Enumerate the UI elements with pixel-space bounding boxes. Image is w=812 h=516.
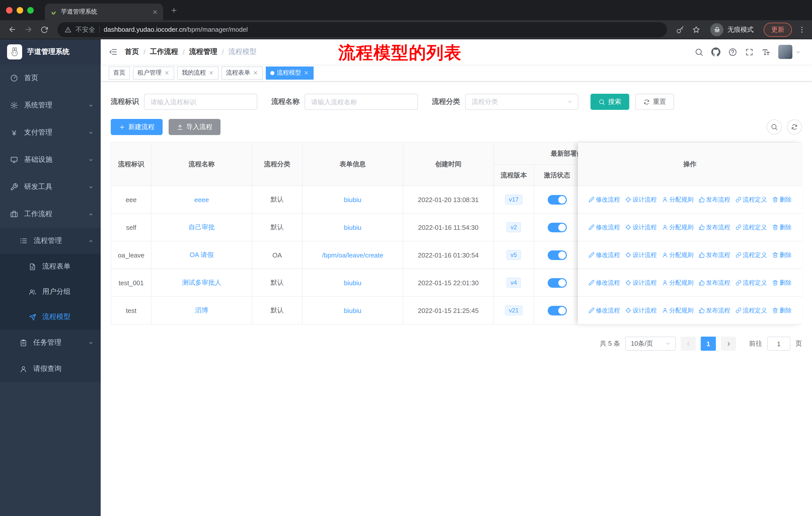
- address-bar[interactable]: 不安全 dashboard.yudao.iocoder.cn/bpm/manag…: [57, 22, 667, 37]
- process-name-link[interactable]: 测试多审批人: [182, 279, 221, 286]
- close-window-button[interactable]: [6, 7, 12, 13]
- edit-process-action[interactable]: 修改流程: [588, 278, 620, 287]
- sidebar-item-task-management[interactable]: 任务管理: [0, 330, 101, 356]
- browser-update-button[interactable]: 更新: [764, 22, 792, 36]
- tag-process-form[interactable]: 流程表单: [222, 66, 263, 79]
- refresh-table-button[interactable]: [787, 119, 802, 135]
- password-key-icon[interactable]: [673, 22, 687, 36]
- design-process-action[interactable]: 设计流程: [625, 278, 657, 287]
- new-tab-button[interactable]: [170, 5, 178, 15]
- design-process-action[interactable]: 设计流程: [625, 306, 657, 315]
- publish-process-action[interactable]: 发布流程: [698, 278, 730, 287]
- prev-page-button[interactable]: [680, 336, 696, 351]
- process-name-input[interactable]: [304, 94, 418, 110]
- breadcrumb-item[interactable]: 工作流程: [150, 47, 178, 56]
- sidebar-collapse-icon[interactable]: [109, 47, 118, 56]
- sidebar-item-workflow[interactable]: 工作流程: [0, 200, 101, 228]
- user-avatar-menu[interactable]: [778, 45, 801, 59]
- edit-process-action[interactable]: 修改流程: [588, 306, 620, 315]
- sidebar-item-process-form[interactable]: 流程表单: [0, 254, 101, 279]
- process-definition-action[interactable]: 流程定义: [735, 278, 767, 287]
- breadcrumb-item[interactable]: 流程管理: [189, 47, 218, 56]
- publish-process-action[interactable]: 发布流程: [698, 251, 730, 259]
- close-icon[interactable]: [303, 70, 309, 76]
- tag-my-process[interactable]: 我的流程: [177, 66, 219, 79]
- publish-process-action[interactable]: 发布流程: [698, 195, 730, 204]
- tag-tenant[interactable]: 租户管理: [133, 66, 174, 79]
- sidebar-item-payment[interactable]: ¥ 支付管理: [0, 119, 101, 146]
- import-process-button[interactable]: 导入流程: [169, 119, 221, 135]
- next-page-button[interactable]: [721, 336, 736, 351]
- sidebar-item-process-model[interactable]: 流程模型: [0, 304, 101, 330]
- fullscreen-icon[interactable]: [745, 48, 754, 56]
- close-icon[interactable]: [208, 70, 214, 76]
- active-toggle[interactable]: [547, 250, 567, 260]
- search-icon[interactable]: [695, 48, 703, 56]
- sidebar-item-system[interactable]: 系统管理: [0, 92, 101, 119]
- process-definition-action[interactable]: 流程定义: [735, 251, 767, 259]
- toggle-search-button[interactable]: [767, 119, 782, 135]
- edit-process-action[interactable]: 修改流程: [588, 195, 620, 204]
- breadcrumb-item[interactable]: 首页: [125, 47, 139, 56]
- page-size-select[interactable]: 10条/页: [625, 336, 675, 351]
- delete-action[interactable]: 删除: [772, 251, 792, 259]
- sidebar-item-leave-query[interactable]: 请假查询: [0, 356, 101, 382]
- form-info-link[interactable]: biubiu: [344, 196, 361, 203]
- sidebar-item-user-group[interactable]: 用户分组: [0, 279, 101, 304]
- close-icon[interactable]: [164, 70, 170, 76]
- goto-page-input[interactable]: [767, 336, 790, 351]
- delete-action[interactable]: 删除: [772, 306, 792, 315]
- minimize-window-button[interactable]: [17, 7, 23, 13]
- active-toggle[interactable]: [547, 222, 567, 232]
- tag-process-model[interactable]: 流程模型: [266, 66, 314, 79]
- process-name-link[interactable]: OA 请假: [190, 251, 213, 259]
- sidebar-item-process-management[interactable]: 流程管理: [0, 228, 101, 254]
- process-definition-action[interactable]: 流程定义: [735, 195, 767, 204]
- zoom-window-button[interactable]: [27, 7, 34, 13]
- github-icon[interactable]: [711, 47, 720, 56]
- assign-rule-action[interactable]: 分配规则: [662, 278, 693, 287]
- active-toggle[interactable]: [547, 278, 567, 288]
- publish-process-action[interactable]: 发布流程: [698, 306, 730, 315]
- delete-action[interactable]: 删除: [772, 195, 792, 204]
- search-button[interactable]: 搜索: [590, 94, 629, 110]
- category-select[interactable]: 流程分类: [465, 94, 578, 110]
- assign-rule-action[interactable]: 分配规则: [662, 195, 693, 204]
- active-toggle[interactable]: [547, 306, 567, 315]
- tab-close-icon[interactable]: [152, 9, 158, 15]
- publish-process-action[interactable]: 发布流程: [698, 223, 730, 232]
- process-name-link[interactable]: 自己审批: [188, 223, 215, 231]
- current-page[interactable]: 1: [701, 336, 716, 351]
- forward-button[interactable]: [21, 22, 35, 36]
- browser-tab[interactable]: 芋道管理系统: [45, 3, 163, 20]
- process-definition-action[interactable]: 流程定义: [735, 306, 767, 315]
- font-size-icon[interactable]: [762, 48, 770, 56]
- process-key-input[interactable]: [144, 94, 257, 110]
- form-info-link[interactable]: biubiu: [344, 223, 361, 231]
- bookmark-star-icon[interactable]: [689, 22, 703, 36]
- tag-home[interactable]: 首页: [109, 66, 130, 79]
- process-name-link[interactable]: 滔博: [195, 306, 208, 314]
- design-process-action[interactable]: 设计流程: [625, 223, 657, 232]
- sidebar-item-home[interactable]: 首页: [0, 64, 101, 92]
- assign-rule-action[interactable]: 分配规则: [662, 223, 693, 232]
- sidebar-item-infra[interactable]: 基础设施: [0, 146, 101, 173]
- back-button[interactable]: [5, 22, 19, 36]
- close-icon[interactable]: [253, 70, 258, 76]
- form-info-link[interactable]: /bpm/oa/leave/create: [322, 251, 383, 259]
- create-process-button[interactable]: 新建流程: [111, 119, 163, 135]
- process-name-link[interactable]: eeee: [194, 196, 209, 203]
- delete-action[interactable]: 删除: [772, 223, 792, 232]
- help-icon[interactable]: [728, 48, 737, 56]
- browser-menu-icon[interactable]: [797, 22, 807, 36]
- process-definition-action[interactable]: 流程定义: [735, 223, 767, 232]
- active-toggle[interactable]: [547, 195, 567, 204]
- reload-button[interactable]: [37, 22, 51, 36]
- reset-button[interactable]: 重置: [635, 94, 674, 110]
- edit-process-action[interactable]: 修改流程: [588, 223, 620, 232]
- design-process-action[interactable]: 设计流程: [625, 195, 657, 204]
- design-process-action[interactable]: 设计流程: [625, 251, 657, 259]
- form-info-link[interactable]: biubiu: [344, 307, 361, 314]
- sidebar-item-devtools[interactable]: 研发工具: [0, 173, 101, 200]
- assign-rule-action[interactable]: 分配规则: [662, 306, 693, 315]
